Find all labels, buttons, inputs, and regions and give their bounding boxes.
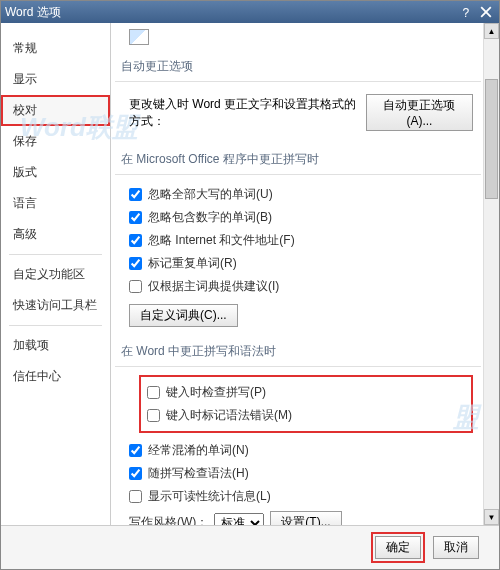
checkbox-ignore-internet[interactable] [129,234,142,247]
sidebar-item-display[interactable]: 显示 [1,64,110,95]
scroll-up-icon[interactable]: ▲ [484,23,499,39]
checkbox-mark-grammar-typing[interactable] [147,409,160,422]
opt-ignore-uppercase[interactable]: 忽略全部大写的单词(U) [129,183,473,206]
opt-check-grammar-with-spelling[interactable]: 随拼写检查语法(H) [129,462,473,485]
writing-style-label: 写作风格(W)： [129,514,208,525]
checkbox-confused-words[interactable] [129,444,142,457]
opt-flag-repeated[interactable]: 标记重复单词(R) [129,252,473,275]
scroll-down-icon[interactable]: ▼ [484,509,499,525]
scroll-thumb[interactable] [485,79,498,199]
opt-main-dictionary[interactable]: 仅根据主词典提供建议(I) [129,275,473,298]
sidebar-item-general[interactable]: 常规 [1,33,110,64]
opt-check-spelling-typing[interactable]: 键入时检查拼写(P) [147,381,465,404]
checkbox-check-grammar-with-spelling[interactable] [129,467,142,480]
checkbox-main-dictionary[interactable] [129,280,142,293]
sidebar-item-save[interactable]: 保存 [1,126,110,157]
page-icon [129,29,149,45]
svg-text:?: ? [462,6,469,18]
opt-ignore-numbers[interactable]: 忽略包含数字的单词(B) [129,206,473,229]
content-panel: 自动更正选项 更改键入时 Word 更正文字和设置其格式的方式： 自动更正选项(… [111,23,499,525]
sidebar: 常规 显示 校对 保存 版式 语言 高级 自定义功能区 快速访问工具栏 加载项 … [1,23,111,525]
section-word-heading: 在 Word 中更正拼写和语法时 [115,337,481,367]
cancel-button[interactable]: 取消 [433,536,479,559]
titlebar: Word 选项 ? [1,1,499,23]
sidebar-item-addins[interactable]: 加载项 [1,330,110,361]
dialog-title: Word 选项 [5,4,61,21]
custom-dictionaries-button[interactable]: 自定义词典(C)... [129,304,238,327]
highlight-box-spellcheck: 键入时检查拼写(P) 键入时标记语法错误(M) [139,375,473,433]
sidebar-item-proofing[interactable]: 校对 [1,95,110,126]
opt-readability-stats[interactable]: 显示可读性统计信息(L) [129,485,473,508]
checkbox-flag-repeated[interactable] [129,257,142,270]
word-options-dialog: Word 选项 ? 常规 显示 校对 保存 版式 语言 高级 自定义功能区 快速… [0,0,500,570]
opt-ignore-internet[interactable]: 忽略 Internet 和文件地址(F) [129,229,473,252]
autocorrect-intro: 更改键入时 Word 更正文字和设置其格式的方式： [129,96,358,130]
settings-button[interactable]: 设置(T)... [270,511,341,525]
sidebar-item-layout[interactable]: 版式 [1,157,110,188]
checkbox-check-spelling-typing[interactable] [147,386,160,399]
help-icon[interactable]: ? [457,4,475,20]
sidebar-item-trust-center[interactable]: 信任中心 [1,361,110,392]
checkbox-ignore-numbers[interactable] [129,211,142,224]
writing-style-select[interactable]: 标准 [214,513,264,526]
sidebar-item-quick-access[interactable]: 快速访问工具栏 [1,290,110,321]
checkbox-ignore-uppercase[interactable] [129,188,142,201]
section-office-heading: 在 Microsoft Office 程序中更正拼写时 [115,145,481,175]
sidebar-item-language[interactable]: 语言 [1,188,110,219]
sidebar-item-advanced[interactable]: 高级 [1,219,110,250]
sidebar-item-customize-ribbon[interactable]: 自定义功能区 [1,259,110,290]
close-icon[interactable] [477,4,495,20]
opt-mark-grammar-typing[interactable]: 键入时标记语法错误(M) [147,404,465,427]
ok-button[interactable]: 确定 [375,536,421,559]
opt-confused-words[interactable]: 经常混淆的单词(N) [129,439,473,462]
section-autocorrect-heading: 自动更正选项 [115,52,481,82]
checkbox-readability-stats[interactable] [129,490,142,503]
vertical-scrollbar[interactable]: ▲ ▼ [483,23,499,525]
autocorrect-options-button[interactable]: 自动更正选项(A)... [366,94,473,131]
dialog-footer: 确定 取消 [1,525,499,569]
